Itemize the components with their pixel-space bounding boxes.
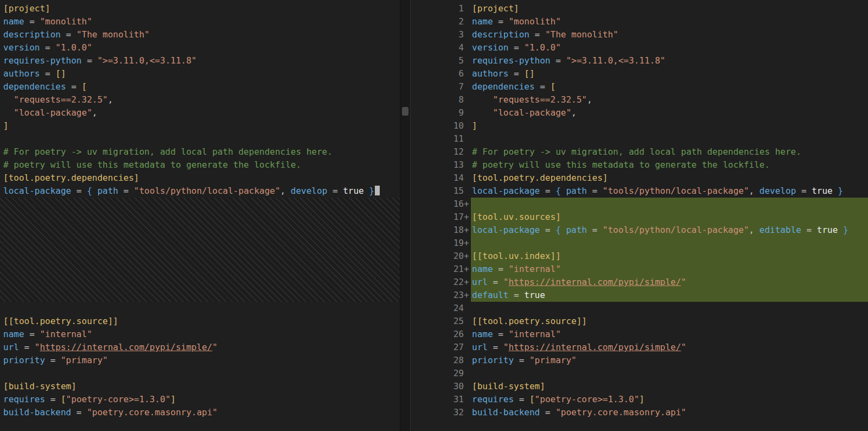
line-content[interactable]: build-backend = "poetry.core.masonry.api… — [471, 406, 868, 419]
line-number[interactable]: 1 — [411, 2, 464, 15]
code-line[interactable]: authors = [] — [0, 67, 400, 80]
line-number[interactable]: 7 — [411, 80, 464, 93]
vertical-scrollbar[interactable] — [400, 0, 411, 431]
line-number[interactable]: 6 — [411, 67, 464, 80]
line-content[interactable]: # For poetry -> uv migration, add local … — [471, 145, 868, 159]
line-content[interactable]: [build-system] — [471, 380, 868, 393]
code-line[interactable]: priority = "primary" — [0, 354, 400, 367]
code-line[interactable]: [tool.poetry.dependencies] — [0, 172, 400, 185]
line-number[interactable]: 10 — [411, 119, 464, 132]
line-number[interactable]: 3 — [411, 28, 464, 41]
line-content[interactable]: local-package = { path = "tools/python/l… — [471, 185, 868, 198]
code-line[interactable]: url = "https://internal.com/pypi/simple/… — [0, 341, 400, 354]
code-token-header: [[tool.poetry.source]] — [472, 316, 587, 326]
line-content[interactable]: local-package = { path = "tools/python/l… — [471, 224, 868, 237]
line-content[interactable]: [[tool.poetry.source]] — [471, 315, 868, 328]
code-line[interactable]: "local-package", — [0, 106, 400, 119]
line-number[interactable]: 29 — [411, 367, 464, 380]
line-content[interactable]: # poetry will use this metadata to gener… — [471, 159, 868, 172]
line-number[interactable]: 27 — [411, 341, 464, 354]
line-content[interactable] — [471, 132, 868, 145]
line-number[interactable]: 9 — [411, 106, 464, 119]
code-line[interactable]: description = "The monolith" — [0, 28, 400, 41]
line-content[interactable]: ] — [471, 119, 868, 132]
url-link[interactable]: https://internal.com/pypi/simple/ — [508, 342, 681, 352]
line-number[interactable]: 11 — [411, 132, 464, 145]
code-line[interactable] — [0, 132, 400, 145]
line-number[interactable]: 20 — [411, 250, 464, 263]
line-number[interactable]: 28 — [411, 354, 464, 367]
line-content[interactable]: version = "1.0.0" — [471, 41, 868, 54]
line-content[interactable]: default = true — [471, 289, 868, 302]
code-line[interactable]: # For poetry -> uv migration, add local … — [0, 145, 400, 159]
code-line[interactable]: local-package = { path = "tools/python/l… — [0, 185, 400, 198]
line-number[interactable]: 24 — [411, 302, 464, 315]
line-number[interactable]: 8 — [411, 93, 464, 106]
line-content[interactable]: requires = ["poetry-core>=1.3.0"] — [471, 393, 868, 406]
line-number[interactable]: 5 — [411, 54, 464, 67]
line-number[interactable]: 13 — [411, 159, 464, 172]
line-number[interactable]: 32 — [411, 406, 464, 419]
line-number[interactable]: 31 — [411, 393, 464, 406]
line-content[interactable]: authors = [] — [471, 67, 868, 80]
line-content[interactable]: description = "The monolith" — [471, 28, 868, 41]
code-line[interactable]: # poetry will use this metadata to gener… — [0, 159, 400, 172]
line-number[interactable]: 2 — [411, 15, 464, 28]
line-number[interactable]: 18 — [411, 224, 464, 237]
url-link[interactable]: https://internal.com/pypi/simple/ — [40, 342, 212, 352]
line-number[interactable]: 4 — [411, 41, 464, 54]
line-content[interactable] — [471, 198, 868, 211]
line-content[interactable]: priority = "primary" — [471, 354, 868, 367]
code-line[interactable]: ] — [0, 119, 400, 132]
line-content[interactable]: name = "internal" — [471, 328, 868, 341]
line-number[interactable]: 21 — [411, 263, 464, 276]
code-line: 28priority = "primary" — [411, 354, 868, 367]
line-content[interactable]: [[tool.uv.index]] — [471, 250, 868, 263]
scrollbar-thumb[interactable] — [402, 107, 409, 116]
code-line[interactable]: requires-python = ">=3.11.0,<=3.11.8" — [0, 54, 400, 67]
code-line[interactable] — [0, 367, 400, 380]
line-content[interactable]: "requests==2.32.5", — [471, 93, 868, 106]
line-number[interactable]: 26 — [411, 328, 464, 341]
line-number[interactable]: 23 — [411, 289, 464, 302]
code-line: 30[build-system] — [411, 380, 868, 393]
line-number[interactable]: 19 — [411, 237, 464, 250]
code-line[interactable]: [project] — [0, 2, 400, 15]
line-content[interactable] — [471, 367, 868, 380]
line-content[interactable]: requires-python = ">=3.11.0,<=3.11.8" — [471, 54, 868, 67]
line-content[interactable]: [tool.uv.sources] — [471, 211, 868, 224]
code-token-op: , — [749, 186, 760, 196]
code-token-bracket: [ — [551, 81, 556, 92]
line-content[interactable]: name = "internal" — [471, 263, 868, 276]
line-content[interactable]: url = "https://internal.com/pypi/simple/… — [471, 341, 868, 354]
line-number[interactable]: 15 — [411, 185, 464, 198]
code-line[interactable]: dependencies = [ — [0, 80, 400, 93]
line-content[interactable]: dependencies = [ — [471, 80, 868, 93]
line-content[interactable]: [project] — [471, 2, 868, 15]
code-line[interactable]: [[tool.poetry.source]] — [0, 315, 400, 328]
line-content[interactable] — [471, 302, 868, 315]
code-line[interactable] — [0, 302, 400, 315]
code-line[interactable]: name = "monolith" — [0, 15, 400, 28]
code-line[interactable]: version = "1.0.0" — [0, 41, 400, 54]
line-number[interactable]: 22 — [411, 276, 464, 289]
code-line[interactable]: [build-system] — [0, 380, 400, 393]
code-line[interactable]: requires = ["poetry-core>=1.3.0"] — [0, 393, 400, 406]
line-content[interactable]: "local-package", — [471, 106, 868, 119]
url-link[interactable]: https://internal.com/pypi/simple/ — [508, 277, 681, 287]
code-line[interactable]: name = "internal" — [0, 328, 400, 341]
line-content[interactable]: url = "https://internal.com/pypi/simple/… — [471, 276, 868, 289]
line-number[interactable]: 14 — [411, 172, 464, 185]
line-number[interactable]: 12 — [411, 145, 464, 159]
line-number[interactable]: 25 — [411, 315, 464, 328]
line-number[interactable]: 16 — [411, 198, 464, 211]
line-number[interactable]: 30 — [411, 380, 464, 393]
code-line[interactable]: build-backend = "poetry.core.masonry.api… — [0, 406, 400, 419]
code-line[interactable]: "requests==2.32.5", — [0, 93, 400, 106]
line-number[interactable]: 17 — [411, 211, 464, 224]
line-content[interactable]: name = "monolith" — [471, 15, 868, 28]
code-token-bracket: [ — [61, 394, 66, 404]
line-content[interactable] — [471, 237, 868, 250]
line-content[interactable]: [tool.poetry.dependencies] — [471, 172, 868, 185]
code-token-key: dependencies — [472, 81, 535, 92]
